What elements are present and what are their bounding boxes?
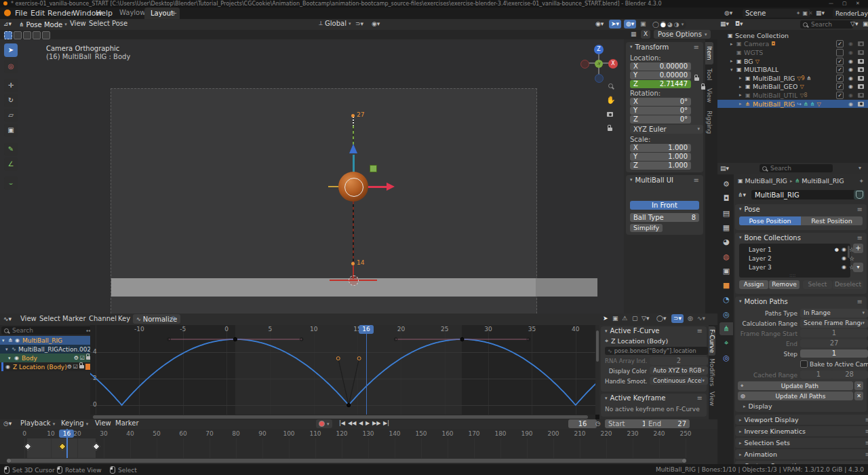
props-tab-bone-constraint[interactable]: ◎ — [719, 352, 733, 364]
filter-funnel-icon[interactable]: ▽▾ — [850, 20, 858, 27]
select-mode-box-icon[interactable] — [14, 31, 22, 39]
properties-search-field[interactable]: Search — [760, 164, 833, 172]
pose-position-button[interactable]: Pose Position — [739, 216, 801, 225]
disable-render-icon[interactable] — [858, 102, 864, 107]
outliner-row[interactable]: ▣Scene Collection — [717, 31, 868, 40]
nav-axis-y-center[interactable]: -Y — [595, 60, 603, 68]
scale-x-field[interactable]: X 1.000 — [630, 144, 691, 152]
mute-checkbox-icon[interactable]: ☑ — [80, 355, 85, 361]
props-tab-collection[interactable]: ▣ — [719, 265, 733, 278]
outliner-row[interactable]: ▸▣MultiBall_RIG▽9⋔✓◉ — [717, 74, 868, 83]
eye-icon[interactable]: ◉ — [5, 364, 13, 370]
show-hidden-icon[interactable]: ▣ — [612, 315, 618, 322]
channel-row-action[interactable]: ▾ ∿ MultiBall_RIGAction.002 — [0, 345, 96, 354]
pan-hand-icon[interactable]: ✋ — [606, 96, 616, 104]
new-collection-icon[interactable]: ▣ — [863, 20, 868, 27]
gizmo-axis-x-arrow[interactable] — [387, 183, 395, 191]
display-subpanel-header[interactable]: ▸ Display — [743, 402, 772, 410]
tool-move[interactable]: ✛ — [4, 79, 18, 92]
disable-render-icon[interactable] — [858, 41, 864, 46]
scrollbar-thumb[interactable] — [596, 330, 599, 362]
outliner-row[interactable]: ▸▣Camera◘✓◉ — [717, 40, 868, 49]
clear-path-button[interactable]: ✕ — [854, 381, 863, 390]
mute-checkbox-icon[interactable]: ☑ — [73, 364, 78, 370]
expand-icon[interactable]: ▾ — [2, 338, 8, 343]
overlays-toggle-icon[interactable]: ◍▾ — [624, 20, 636, 28]
hide-eye-icon[interactable]: ◉ — [848, 58, 853, 64]
new-scene-icon[interactable]: ▣ — [802, 10, 808, 16]
props-tab-scene[interactable]: ◕ — [719, 235, 733, 248]
solo-star-icon[interactable]: ☆ — [849, 255, 854, 262]
bake-camera-checkbox[interactable] — [800, 360, 808, 368]
outliner-row[interactable]: ▸⋔MultiBall_RIG↪⋔⋔▽◉ — [717, 100, 868, 109]
panel-grip-icon[interactable]: ≡ — [694, 43, 699, 51]
visibility-dropdown-icon[interactable]: ◉▾ — [595, 20, 604, 27]
in-front-button[interactable]: In Front — [630, 201, 699, 210]
scale-z-field[interactable]: Z 1.000 — [630, 162, 691, 170]
solo-square-icon[interactable] — [85, 364, 90, 370]
disable-render-icon[interactable] — [858, 76, 864, 81]
tool-annotate[interactable]: ✎ — [4, 142, 18, 156]
editor-type-icon[interactable]: ◷▾ — [3, 420, 12, 427]
workspace-tab-waylow[interactable]: Waylow — [119, 9, 145, 16]
timeline-scrollbar[interactable] — [9, 459, 684, 463]
scene-selector[interactable]: Scene ✦ ▣ — [743, 9, 810, 18]
panel-grip-icon[interactable]: ≡ — [865, 439, 868, 446]
armature-browse-icon[interactable]: ⋔▾ — [738, 191, 746, 198]
wrench-icon[interactable]: ⚙ — [67, 364, 72, 370]
nav-axis-x-neg[interactable] — [580, 60, 589, 69]
hide-eye-icon[interactable]: ◉ — [848, 75, 853, 81]
nav-gizmo[interactable]: Z X -Y — [580, 45, 618, 83]
location-x-field[interactable]: X 0.00000 — [630, 62, 691, 71]
channel-search-field[interactable]: Search ↔ — [1, 326, 94, 335]
wrench-icon[interactable]: ⚙ — [74, 355, 79, 361]
timeline-menu-keying[interactable]: Keying ▾ — [61, 419, 88, 427]
play-button[interactable]: ▶ — [366, 420, 370, 426]
menu-file[interactable]: File — [15, 9, 27, 18]
editor-type-icon[interactable]: ∿▾ — [3, 316, 12, 322]
exclude-checkbox[interactable]: ✓ — [836, 83, 844, 90]
props-tab-render[interactable]: ◘ — [719, 192, 733, 205]
remove-button[interactable]: Remove — [769, 280, 800, 289]
selected-handle-point[interactable] — [357, 357, 361, 360]
graph-menu-marker[interactable]: Marker — [62, 315, 86, 322]
hide-eye-icon[interactable]: ◉ — [848, 50, 853, 56]
normalize-refresh-icon[interactable]: ⟳ — [171, 315, 176, 322]
props-tab-physics[interactable]: ◔ — [719, 293, 733, 306]
disable-render-icon[interactable] — [858, 59, 864, 64]
panel-grip-icon[interactable]: ≡ — [857, 206, 863, 213]
scene-unlink-icon[interactable]: ✕ — [808, 10, 813, 16]
frame-start-field[interactable]: Start 1 — [605, 419, 650, 428]
layer-row-3[interactable]: Layer 3 ◉ ☆ — [739, 263, 857, 271]
pose-mask-icon[interactable]: ▦ — [631, 31, 637, 37]
eye-icon[interactable]: ◉ — [15, 337, 22, 343]
props-tab-output[interactable]: ▤ — [719, 207, 733, 220]
graph-menu-key[interactable]: Key — [118, 315, 130, 322]
channel-row-group-body[interactable]: ▾ ◉ Body ⚙ ☑ — [0, 354, 98, 362]
timeline-playhead-chip[interactable]: 16 — [59, 430, 74, 438]
select-mode-tweak-icon[interactable] — [4, 31, 12, 39]
editor-type-icon[interactable]: ▤▾ — [720, 165, 729, 172]
auto-keying-toggle[interactable]: ▾ — [316, 419, 332, 428]
outliner-row[interactable]: ▸▣MultiBall_UTIL▽8✓◉ — [717, 91, 868, 100]
lock-view-icon[interactable] — [608, 125, 612, 132]
expand-icon[interactable]: ▾ — [5, 347, 12, 352]
panel-grip-icon[interactable]: ≡ — [865, 462, 868, 464]
nav-axis-x[interactable]: X — [608, 59, 618, 69]
keyframe-point[interactable] — [233, 337, 237, 341]
tool-rotate[interactable]: ↻ — [4, 94, 18, 107]
exclude-checkbox[interactable]: ✓ — [836, 66, 844, 73]
tool-breakdowner[interactable]: ⌣ — [4, 176, 18, 190]
zoom-icon[interactable] — [606, 81, 616, 91]
panel-grip-icon[interactable]: ≡ — [865, 428, 868, 435]
menu-help[interactable]: Help — [96, 9, 113, 18]
props-tab-constraints[interactable]: ◎ — [719, 308, 733, 321]
tab-view[interactable]: View — [709, 389, 715, 408]
eye-icon[interactable]: ◉ — [842, 255, 846, 261]
deselect-button[interactable]: Deselect — [833, 280, 863, 289]
outliner-row[interactable]: ▾▣MULTIBALL✓◉ — [717, 65, 868, 74]
tool-measure[interactable]: ∠ — [4, 157, 18, 171]
motion-path-keyframe-dot-27[interactable] — [351, 114, 355, 117]
panel-animation[interactable]: ▸ Animation ≡ — [735, 449, 868, 459]
update-path-button[interactable]: ⌖ Update Path — [738, 381, 853, 390]
